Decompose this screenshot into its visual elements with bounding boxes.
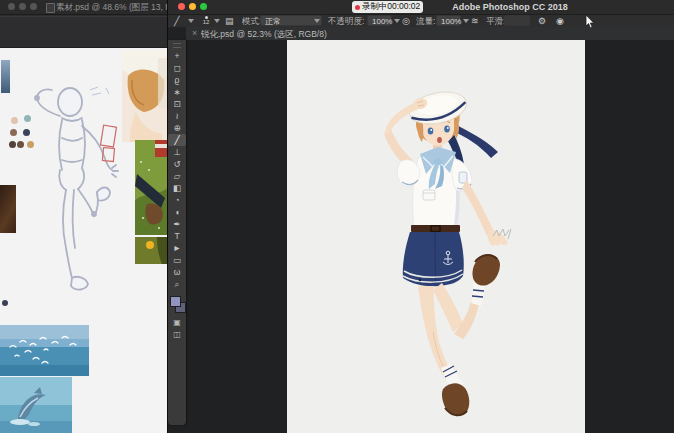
recording-dot-icon bbox=[355, 5, 360, 10]
palette-swatch-tan bbox=[27, 141, 34, 148]
airbrush-icon[interactable]: ≋ bbox=[471, 15, 479, 27]
shape-tool[interactable]: ▭ bbox=[168, 254, 186, 266]
brush-tool-icon[interactable]: ╱ bbox=[174, 15, 179, 27]
marquee-tool[interactable]: ◻ bbox=[168, 62, 186, 74]
screen-mode-button[interactable]: ◫ bbox=[168, 330, 186, 339]
flow-caret-icon[interactable] bbox=[463, 19, 469, 23]
palette-swatch-umber bbox=[17, 141, 24, 148]
brush-panel-toggle-icon[interactable]: ▤ bbox=[225, 15, 234, 27]
artboard-canvas[interactable] bbox=[287, 40, 585, 433]
palette-swatch-darkbrown bbox=[9, 141, 16, 148]
path-selection-tool[interactable]: ► bbox=[168, 242, 186, 254]
gradient-tool[interactable]: ◧ bbox=[168, 182, 186, 194]
background-window-titlebar[interactable]: 素材.psd @ 48.6% (图层 13, RGB/8) bbox=[0, 0, 168, 15]
palette-swatch-brown bbox=[10, 129, 17, 136]
healing-brush-tool[interactable]: ⊕ bbox=[168, 122, 186, 134]
quick-mask-button[interactable]: ▣ bbox=[168, 318, 186, 327]
minimize-button-inactive[interactable] bbox=[19, 3, 26, 10]
close-button-inactive[interactable] bbox=[8, 3, 15, 10]
brush-tool[interactable]: ╱ bbox=[168, 134, 186, 146]
mouse-cursor bbox=[585, 15, 595, 29]
app-title: Adobe Photoshop CC 2018 bbox=[430, 2, 590, 12]
recording-indicator-badge[interactable]: 录制中00:00:02 bbox=[352, 1, 423, 13]
palette-swatch-teal bbox=[24, 115, 31, 122]
background-window-chrome bbox=[0, 15, 168, 48]
brush-preset-caret-icon[interactable] bbox=[214, 19, 220, 23]
palette-swatch-navy-single bbox=[2, 300, 8, 306]
background-document-window[interactable]: 素材.psd @ 48.6% (图层 13, RGB/8) bbox=[0, 0, 168, 433]
document-tab-bar: × 锐化.psd @ 52.3% (选区, RGB/8) bbox=[186, 27, 674, 41]
reference-character-closeup bbox=[122, 50, 168, 142]
reference-photo-dolphin bbox=[0, 377, 72, 433]
reference-canvas[interactable] bbox=[0, 47, 168, 433]
reference-photo-brown bbox=[0, 185, 16, 233]
brush-tool-caret-icon[interactable] bbox=[188, 19, 194, 23]
toolbar-grip-handle[interactable] bbox=[173, 43, 181, 48]
foreground-color-swatch[interactable] bbox=[170, 296, 181, 307]
blur-tool[interactable]: ◔ bbox=[168, 194, 186, 206]
mode-select[interactable]: 正常 bbox=[260, 15, 322, 26]
opacity-select[interactable]: 100% bbox=[367, 15, 392, 26]
pressure-opacity-icon[interactable]: ◎ bbox=[402, 15, 410, 27]
photoshop-window[interactable]: 录制中00:00:02 Adobe Photoshop CC 2018 ╱ 12… bbox=[168, 0, 674, 433]
mode-caret-icon[interactable] bbox=[314, 19, 320, 23]
reference-photo-blue bbox=[1, 60, 10, 93]
close-button[interactable] bbox=[178, 3, 185, 10]
brush-size-value: 12 bbox=[200, 19, 212, 25]
opacity-value: 100% bbox=[372, 17, 392, 26]
canvas-pasteboard bbox=[186, 40, 674, 433]
type-tool[interactable]: T bbox=[168, 230, 186, 242]
mode-value: 正常 bbox=[265, 17, 281, 26]
clone-stamp-tool[interactable]: ⊥ bbox=[168, 146, 186, 158]
lasso-tool[interactable]: ϱ bbox=[168, 74, 186, 86]
flow-select[interactable]: 100% bbox=[436, 15, 461, 26]
minimize-button[interactable] bbox=[189, 3, 196, 10]
reference-photo-olive bbox=[135, 237, 168, 264]
reference-photo-seagulls bbox=[0, 325, 89, 376]
sailor-girl-illustration bbox=[287, 40, 585, 433]
flow-value: 100% bbox=[441, 17, 461, 26]
recording-time: 录制中00:00:02 bbox=[362, 1, 421, 13]
quick-selection-tool[interactable]: ∗ bbox=[168, 86, 186, 98]
reference-photo-grass-boots bbox=[135, 140, 168, 235]
smoothing-gear-icon[interactable]: ⚙ bbox=[538, 15, 546, 27]
document-proxy-icon bbox=[46, 3, 55, 13]
background-window-title: 素材.psd @ 48.6% (图层 13, RGB/8) bbox=[56, 2, 168, 14]
hand-tool[interactable]: ω bbox=[168, 266, 186, 278]
opacity-caret-icon[interactable] bbox=[394, 19, 400, 23]
eraser-tool[interactable]: ▱ bbox=[168, 170, 186, 182]
tab-close-icon[interactable]: × bbox=[192, 28, 197, 38]
tools-panel: + ◻ ϱ ∗ ⊡ ≀ ⊕ ╱ ⊥ ↺ ▱ ◧ ◔ ◖ ✒ T ► ▭ ω ⌕ … bbox=[168, 40, 186, 425]
pressure-size-icon[interactable]: ◉ bbox=[556, 15, 564, 27]
dodge-tool[interactable]: ◖ bbox=[168, 206, 186, 218]
eyedropper-tool[interactable]: ≀ bbox=[168, 110, 186, 122]
brush-preset-picker[interactable]: 12 bbox=[200, 15, 212, 27]
palette-swatch-navy bbox=[23, 129, 30, 136]
zoom-button-inactive[interactable] bbox=[30, 3, 37, 10]
crop-tool[interactable]: ⊡ bbox=[168, 98, 186, 110]
history-brush-tool[interactable]: ↺ bbox=[168, 158, 186, 170]
palette-swatch-pink bbox=[11, 117, 18, 124]
color-swatches bbox=[170, 296, 185, 312]
pen-tool[interactable]: ✒ bbox=[168, 218, 186, 230]
titlebar[interactable]: 录制中00:00:02 Adobe Photoshop CC 2018 bbox=[168, 0, 674, 15]
divider bbox=[0, 16, 168, 17]
move-tool[interactable]: + bbox=[168, 50, 186, 62]
pose-sketch-drawing bbox=[20, 82, 130, 297]
zoom-button[interactable] bbox=[200, 3, 207, 10]
smoothing-input[interactable] bbox=[504, 15, 530, 26]
zoom-tool[interactable]: ⌕ bbox=[168, 278, 186, 290]
